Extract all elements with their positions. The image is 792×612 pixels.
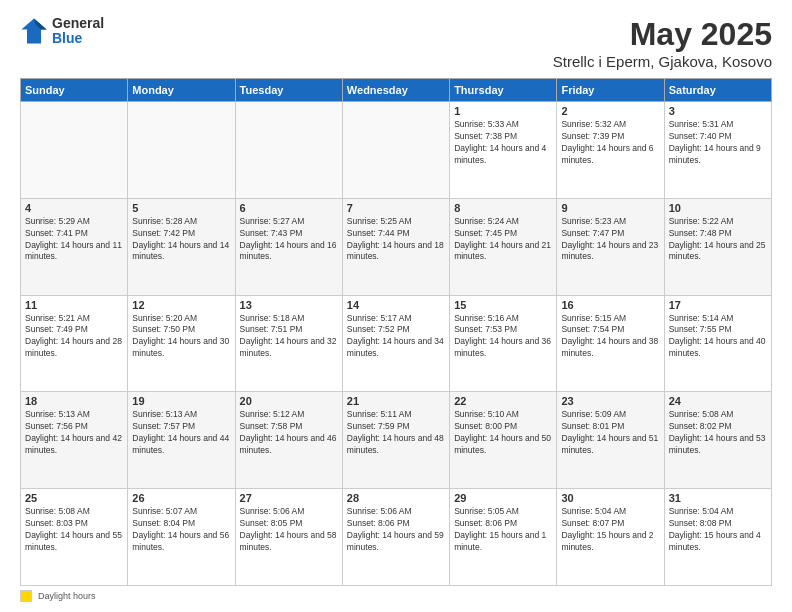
day-cell-3-3: 21Sunrise: 5:11 AM Sunset: 7:59 PM Dayli…: [342, 392, 449, 489]
title-block: May 2025 Strellc i Eperm, Gjakova, Kosov…: [553, 16, 772, 70]
page: General Blue May 2025 Strellc i Eperm, G…: [0, 0, 792, 612]
day-info: Sunrise: 5:08 AM Sunset: 8:03 PM Dayligh…: [25, 506, 123, 554]
day-info: Sunrise: 5:29 AM Sunset: 7:41 PM Dayligh…: [25, 216, 123, 264]
day-number: 29: [454, 492, 552, 504]
day-info: Sunrise: 5:12 AM Sunset: 7:58 PM Dayligh…: [240, 409, 338, 457]
day-number: 21: [347, 395, 445, 407]
day-info: Sunrise: 5:05 AM Sunset: 8:06 PM Dayligh…: [454, 506, 552, 554]
day-cell-4-3: 28Sunrise: 5:06 AM Sunset: 8:06 PM Dayli…: [342, 489, 449, 586]
day-number: 1: [454, 105, 552, 117]
day-info: Sunrise: 5:04 AM Sunset: 8:08 PM Dayligh…: [669, 506, 767, 554]
calendar-table: Sunday Monday Tuesday Wednesday Thursday…: [20, 78, 772, 586]
day-number: 13: [240, 299, 338, 311]
day-info: Sunrise: 5:28 AM Sunset: 7:42 PM Dayligh…: [132, 216, 230, 264]
day-info: Sunrise: 5:07 AM Sunset: 8:04 PM Dayligh…: [132, 506, 230, 554]
day-info: Sunrise: 5:33 AM Sunset: 7:38 PM Dayligh…: [454, 119, 552, 167]
logo: General Blue: [20, 16, 104, 47]
day-number: 23: [561, 395, 659, 407]
day-cell-0-1: [128, 102, 235, 199]
day-cell-3-0: 18Sunrise: 5:13 AM Sunset: 7:56 PM Dayli…: [21, 392, 128, 489]
day-number: 11: [25, 299, 123, 311]
day-info: Sunrise: 5:22 AM Sunset: 7:48 PM Dayligh…: [669, 216, 767, 264]
day-info: Sunrise: 5:13 AM Sunset: 7:56 PM Dayligh…: [25, 409, 123, 457]
day-cell-4-6: 31Sunrise: 5:04 AM Sunset: 8:08 PM Dayli…: [664, 489, 771, 586]
main-title: May 2025: [553, 16, 772, 53]
day-cell-1-4: 8Sunrise: 5:24 AM Sunset: 7:45 PM Daylig…: [450, 198, 557, 295]
day-info: Sunrise: 5:10 AM Sunset: 8:00 PM Dayligh…: [454, 409, 552, 457]
day-info: Sunrise: 5:25 AM Sunset: 7:44 PM Dayligh…: [347, 216, 445, 264]
day-number: 25: [25, 492, 123, 504]
day-cell-1-0: 4Sunrise: 5:29 AM Sunset: 7:41 PM Daylig…: [21, 198, 128, 295]
day-info: Sunrise: 5:17 AM Sunset: 7:52 PM Dayligh…: [347, 313, 445, 361]
day-info: Sunrise: 5:21 AM Sunset: 7:49 PM Dayligh…: [25, 313, 123, 361]
day-number: 10: [669, 202, 767, 214]
day-cell-2-1: 12Sunrise: 5:20 AM Sunset: 7:50 PM Dayli…: [128, 295, 235, 392]
legend: Daylight hours: [20, 590, 772, 602]
header-tuesday: Tuesday: [235, 79, 342, 102]
header-sunday: Sunday: [21, 79, 128, 102]
day-number: 15: [454, 299, 552, 311]
day-cell-0-6: 3Sunrise: 5:31 AM Sunset: 7:40 PM Daylig…: [664, 102, 771, 199]
day-cell-4-4: 29Sunrise: 5:05 AM Sunset: 8:06 PM Dayli…: [450, 489, 557, 586]
day-info: Sunrise: 5:15 AM Sunset: 7:54 PM Dayligh…: [561, 313, 659, 361]
day-cell-3-6: 24Sunrise: 5:08 AM Sunset: 8:02 PM Dayli…: [664, 392, 771, 489]
day-number: 30: [561, 492, 659, 504]
day-cell-3-4: 22Sunrise: 5:10 AM Sunset: 8:00 PM Dayli…: [450, 392, 557, 489]
week-row-1: 1Sunrise: 5:33 AM Sunset: 7:38 PM Daylig…: [21, 102, 772, 199]
legend-box: [20, 590, 32, 602]
day-number: 27: [240, 492, 338, 504]
day-number: 16: [561, 299, 659, 311]
day-number: 26: [132, 492, 230, 504]
day-info: Sunrise: 5:27 AM Sunset: 7:43 PM Dayligh…: [240, 216, 338, 264]
header-thursday: Thursday: [450, 79, 557, 102]
day-number: 3: [669, 105, 767, 117]
day-number: 19: [132, 395, 230, 407]
day-info: Sunrise: 5:06 AM Sunset: 8:06 PM Dayligh…: [347, 506, 445, 554]
day-cell-2-2: 13Sunrise: 5:18 AM Sunset: 7:51 PM Dayli…: [235, 295, 342, 392]
day-cell-3-1: 19Sunrise: 5:13 AM Sunset: 7:57 PM Dayli…: [128, 392, 235, 489]
header-wednesday: Wednesday: [342, 79, 449, 102]
day-cell-0-0: [21, 102, 128, 199]
header: General Blue May 2025 Strellc i Eperm, G…: [20, 16, 772, 70]
logo-text: General Blue: [52, 16, 104, 47]
day-number: 18: [25, 395, 123, 407]
day-cell-4-5: 30Sunrise: 5:04 AM Sunset: 8:07 PM Dayli…: [557, 489, 664, 586]
day-info: Sunrise: 5:24 AM Sunset: 7:45 PM Dayligh…: [454, 216, 552, 264]
day-info: Sunrise: 5:08 AM Sunset: 8:02 PM Dayligh…: [669, 409, 767, 457]
day-number: 14: [347, 299, 445, 311]
header-saturday: Saturday: [664, 79, 771, 102]
day-cell-0-4: 1Sunrise: 5:33 AM Sunset: 7:38 PM Daylig…: [450, 102, 557, 199]
day-info: Sunrise: 5:13 AM Sunset: 7:57 PM Dayligh…: [132, 409, 230, 457]
day-info: Sunrise: 5:18 AM Sunset: 7:51 PM Dayligh…: [240, 313, 338, 361]
svg-marker-0: [21, 19, 46, 44]
day-number: 17: [669, 299, 767, 311]
day-cell-1-5: 9Sunrise: 5:23 AM Sunset: 7:47 PM Daylig…: [557, 198, 664, 295]
day-cell-2-3: 14Sunrise: 5:17 AM Sunset: 7:52 PM Dayli…: [342, 295, 449, 392]
day-number: 22: [454, 395, 552, 407]
day-number: 7: [347, 202, 445, 214]
subtitle: Strellc i Eperm, Gjakova, Kosovo: [553, 53, 772, 70]
day-number: 31: [669, 492, 767, 504]
week-row-5: 25Sunrise: 5:08 AM Sunset: 8:03 PM Dayli…: [21, 489, 772, 586]
day-cell-3-5: 23Sunrise: 5:09 AM Sunset: 8:01 PM Dayli…: [557, 392, 664, 489]
day-number: 20: [240, 395, 338, 407]
day-number: 6: [240, 202, 338, 214]
calendar-header-row: Sunday Monday Tuesday Wednesday Thursday…: [21, 79, 772, 102]
day-info: Sunrise: 5:06 AM Sunset: 8:05 PM Dayligh…: [240, 506, 338, 554]
day-cell-2-5: 16Sunrise: 5:15 AM Sunset: 7:54 PM Dayli…: [557, 295, 664, 392]
day-info: Sunrise: 5:20 AM Sunset: 7:50 PM Dayligh…: [132, 313, 230, 361]
day-number: 4: [25, 202, 123, 214]
logo-general-text: General: [52, 16, 104, 31]
day-cell-2-4: 15Sunrise: 5:16 AM Sunset: 7:53 PM Dayli…: [450, 295, 557, 392]
legend-label: Daylight hours: [38, 591, 96, 601]
day-cell-4-1: 26Sunrise: 5:07 AM Sunset: 8:04 PM Dayli…: [128, 489, 235, 586]
day-cell-3-2: 20Sunrise: 5:12 AM Sunset: 7:58 PM Dayli…: [235, 392, 342, 489]
day-cell-0-3: [342, 102, 449, 199]
day-info: Sunrise: 5:16 AM Sunset: 7:53 PM Dayligh…: [454, 313, 552, 361]
day-info: Sunrise: 5:31 AM Sunset: 7:40 PM Dayligh…: [669, 119, 767, 167]
day-cell-0-5: 2Sunrise: 5:32 AM Sunset: 7:39 PM Daylig…: [557, 102, 664, 199]
day-number: 5: [132, 202, 230, 214]
day-number: 12: [132, 299, 230, 311]
day-cell-1-6: 10Sunrise: 5:22 AM Sunset: 7:48 PM Dayli…: [664, 198, 771, 295]
week-row-2: 4Sunrise: 5:29 AM Sunset: 7:41 PM Daylig…: [21, 198, 772, 295]
